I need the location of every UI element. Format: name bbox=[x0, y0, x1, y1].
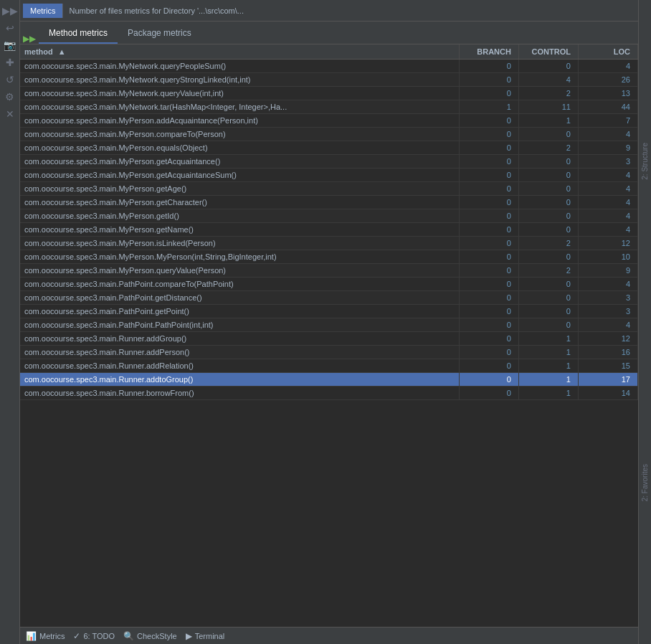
table-row[interactable]: com.oocourse.spec3.main.MyPerson.getAge(… bbox=[20, 182, 638, 196]
cell-loc: 16 bbox=[578, 346, 637, 359]
cell-control: 0 bbox=[518, 60, 578, 73]
status-checkstyle[interactable]: 🔍 CheckStyle bbox=[123, 631, 177, 641]
table-row[interactable]: com.oocourse.spec3.main.MyPerson.queryVa… bbox=[20, 264, 638, 278]
right-sidebar: 2: Structure 2: Favorites bbox=[638, 0, 651, 644]
cell-branch: 0 bbox=[459, 169, 518, 182]
cell-control: 0 bbox=[518, 278, 578, 291]
back-icon[interactable]: ↩ bbox=[2, 20, 18, 36]
table-row[interactable]: com.oocourse.spec3.main.PathPoint.getPoi… bbox=[20, 305, 638, 318]
camera-icon[interactable]: 📷 bbox=[2, 37, 18, 53]
add-icon[interactable]: ✚ bbox=[2, 55, 18, 70]
tab-package-metrics[interactable]: Package metrics bbox=[118, 24, 201, 44]
cell-branch: 0 bbox=[459, 196, 518, 209]
table-row[interactable]: com.oocourse.spec3.main.Runner.borrowFro… bbox=[20, 387, 638, 400]
table-row[interactable]: com.oocourse.spec3.main.Runner.addtoGrou… bbox=[20, 373, 638, 387]
cell-method: com.oocourse.spec3.main.PathPoint.PathPo… bbox=[20, 318, 459, 332]
table-row[interactable]: com.oocourse.spec3.main.MyPerson.isLinke… bbox=[20, 237, 638, 250]
cell-loc: 4 bbox=[578, 182, 637, 196]
cell-control: 4 bbox=[518, 73, 578, 87]
status-metrics[interactable]: 📊 Metrics bbox=[26, 631, 65, 641]
cell-method: com.oocourse.spec3.main.MyPerson.addAcqu… bbox=[20, 114, 459, 128]
cell-method: com.oocourse.spec3.main.MyPerson.equals(… bbox=[20, 141, 459, 155]
cell-method: com.oocourse.spec3.main.Runner.borrowFro… bbox=[20, 387, 459, 400]
cell-method: com.oocourse.spec3.main.MyPerson.MyPerso… bbox=[20, 250, 459, 264]
todo-status-icon: ✓ bbox=[73, 631, 80, 641]
table-row[interactable]: com.oocourse.spec3.main.PathPoint.getDis… bbox=[20, 291, 638, 305]
cell-loc: 4 bbox=[578, 223, 637, 237]
status-terminal-label: Terminal bbox=[195, 632, 225, 640]
col-header-branch[interactable]: BRANCH bbox=[459, 44, 518, 60]
right-sidebar-structure[interactable]: 2: Structure bbox=[641, 140, 649, 183]
status-checkstyle-label: CheckStyle bbox=[137, 632, 177, 640]
cell-loc: 4 bbox=[578, 278, 637, 291]
cell-branch: 0 bbox=[459, 359, 518, 373]
col-header-loc[interactable]: LOC bbox=[578, 44, 637, 60]
cell-loc: 3 bbox=[578, 291, 637, 305]
cell-method: com.oocourse.spec3.main.Runner.addRelati… bbox=[20, 359, 459, 373]
cell-method: com.oocourse.spec3.main.MyPerson.getAge(… bbox=[20, 182, 459, 196]
cell-control: 1 bbox=[518, 346, 578, 359]
cell-loc: 14 bbox=[578, 387, 637, 400]
cell-loc: 4 bbox=[578, 60, 637, 73]
tab-method-metrics[interactable]: Method metrics bbox=[39, 24, 118, 44]
cell-branch: 0 bbox=[459, 278, 518, 291]
cell-method: com.oocourse.spec3.main.MyPerson.queryVa… bbox=[20, 264, 459, 278]
cell-loc: 4 bbox=[578, 209, 637, 223]
metrics-table: method ▲ BRANCH CONTROL LOC com.oocourse… bbox=[20, 44, 638, 400]
cell-branch: 0 bbox=[459, 141, 518, 155]
table-row[interactable]: com.oocourse.spec3.main.MyNetwork.queryS… bbox=[20, 73, 638, 87]
cell-method: com.oocourse.spec3.main.MyPerson.getId() bbox=[20, 209, 459, 223]
table-row[interactable]: com.oocourse.spec3.main.PathPoint.compar… bbox=[20, 278, 638, 291]
cell-method: com.oocourse.spec3.main.MyNetwork.queryP… bbox=[20, 60, 459, 73]
cell-control: 1 bbox=[518, 332, 578, 346]
table-row[interactable]: com.oocourse.spec3.main.MyNetwork.tar(Ha… bbox=[20, 100, 638, 114]
right-sidebar-favorites[interactable]: 2: Favorites bbox=[641, 461, 649, 504]
cell-branch: 0 bbox=[459, 114, 518, 128]
table-row[interactable]: com.oocourse.spec3.main.MyPerson.getChar… bbox=[20, 196, 638, 209]
metrics-table-container: method ▲ BRANCH CONTROL LOC com.oocourse… bbox=[20, 44, 638, 627]
table-row[interactable]: com.oocourse.spec3.main.MyPerson.MyPerso… bbox=[20, 250, 638, 264]
table-body: com.oocourse.spec3.main.MyNetwork.queryP… bbox=[20, 60, 638, 400]
table-row[interactable]: com.oocourse.spec3.main.MyNetwork.queryV… bbox=[20, 87, 638, 100]
settings-icon[interactable]: ⚙ bbox=[2, 89, 18, 105]
table-row[interactable]: com.oocourse.spec3.main.MyPerson.getId()… bbox=[20, 209, 638, 223]
table-row[interactable]: com.oocourse.spec3.main.MyPerson.equals(… bbox=[20, 141, 638, 155]
cell-loc: 17 bbox=[578, 373, 637, 387]
table-row[interactable]: com.oocourse.spec3.main.MyPerson.getAcqu… bbox=[20, 155, 638, 169]
forward-icon[interactable]: ▶▶ bbox=[2, 3, 18, 19]
table-row[interactable]: com.oocourse.spec3.main.MyNetwork.queryP… bbox=[20, 60, 638, 73]
cell-branch: 0 bbox=[459, 373, 518, 387]
cell-control: 0 bbox=[518, 250, 578, 264]
tab-metrics[interactable]: Metrics bbox=[23, 4, 63, 18]
cell-method: com.oocourse.spec3.main.MyNetwork.queryV… bbox=[20, 87, 459, 100]
tab-subtitle: Number of files metrics for Directory '.… bbox=[63, 6, 250, 15]
col-header-control[interactable]: CONTROL bbox=[518, 44, 578, 60]
table-row[interactable]: com.oocourse.spec3.main.MyPerson.addAcqu… bbox=[20, 114, 638, 128]
cell-loc: 3 bbox=[578, 305, 637, 318]
table-row[interactable]: com.oocourse.spec3.main.Runner.addRelati… bbox=[20, 359, 638, 373]
close-icon[interactable]: ✕ bbox=[2, 106, 18, 122]
status-todo[interactable]: ✓ 6: TODO bbox=[73, 631, 115, 641]
table-row[interactable]: com.oocourse.spec3.main.Runner.addPerson… bbox=[20, 346, 638, 359]
cell-loc: 15 bbox=[578, 359, 637, 373]
table-row[interactable]: com.oocourse.spec3.main.Runner.addGroup(… bbox=[20, 332, 638, 346]
table-row[interactable]: com.oocourse.spec3.main.MyPerson.compare… bbox=[20, 128, 638, 141]
undo-icon[interactable]: ↺ bbox=[2, 72, 18, 87]
cell-branch: 0 bbox=[459, 60, 518, 73]
table-row[interactable]: com.oocourse.spec3.main.PathPoint.PathPo… bbox=[20, 318, 638, 332]
col-header-method[interactable]: method ▲ bbox=[20, 44, 459, 60]
cell-branch: 0 bbox=[459, 182, 518, 196]
cell-control: 0 bbox=[518, 209, 578, 223]
status-terminal[interactable]: ▶ Terminal bbox=[186, 631, 225, 641]
top-tab-bar: Metrics Number of files metrics for Dire… bbox=[20, 0, 638, 22]
main-content: Metrics Number of files metrics for Dire… bbox=[20, 0, 638, 644]
cell-control: 0 bbox=[518, 318, 578, 332]
cell-loc: 12 bbox=[578, 237, 637, 250]
cell-loc: 4 bbox=[578, 318, 637, 332]
cell-method: com.oocourse.spec3.main.MyPerson.getName… bbox=[20, 223, 459, 237]
table-row[interactable]: com.oocourse.spec3.main.MyPerson.getName… bbox=[20, 223, 638, 237]
table-row[interactable]: com.oocourse.spec3.main.MyPerson.getAcqu… bbox=[20, 169, 638, 182]
tab-nav-arrows[interactable]: ▶▶ bbox=[23, 34, 36, 44]
cell-control: 2 bbox=[518, 141, 578, 155]
cell-branch: 0 bbox=[459, 209, 518, 223]
